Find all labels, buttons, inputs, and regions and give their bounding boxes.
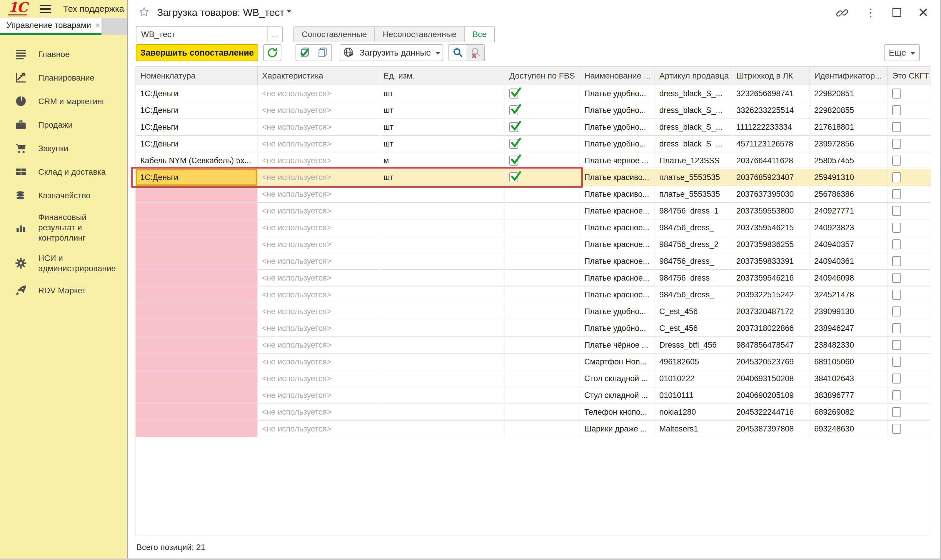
skgt-checkbox-unchecked-icon[interactable] (892, 357, 901, 367)
cell-name[interactable]: Платье красное... (580, 270, 655, 286)
cell-fbs[interactable] (505, 102, 580, 118)
sidebar-item-1[interactable]: Главное (0, 42, 127, 66)
table-row-18[interactable]: <не используется>Стол складной ...010102… (136, 370, 931, 387)
cell-characteristic[interactable]: <не используется> (258, 219, 379, 236)
cell-characteristic[interactable]: <не используется> (258, 152, 379, 169)
cell-barcode[interactable]: 2037664411628 (732, 152, 810, 169)
sidebar-item-5[interactable]: Закупки (0, 137, 127, 160)
cell-skgt[interactable] (888, 354, 931, 370)
table-row-17[interactable]: <не используется>Смартфон Hon...49618260… (136, 354, 931, 370)
cell-characteristic[interactable]: <не используется> (258, 102, 379, 118)
cell-unit[interactable] (379, 421, 505, 437)
cell-article[interactable]: dress_black_S_... (655, 85, 732, 102)
cell-name[interactable]: Телефон кнопо... (580, 404, 655, 420)
table-row-21[interactable]: <не используется>Шарики драже ...Maltese… (136, 421, 931, 437)
sidebar-item-4[interactable]: Продажи (0, 113, 127, 137)
cell-fbs[interactable] (505, 236, 580, 253)
cell-fbs[interactable] (505, 203, 580, 219)
cell-nomenclature[interactable] (136, 421, 258, 437)
cell-fbs[interactable] (505, 354, 580, 370)
more-button[interactable]: Еще (884, 44, 920, 61)
cell-name[interactable]: Платье красное... (580, 219, 655, 236)
cell-article[interactable]: dress_black_S_... (655, 102, 732, 118)
cell-unit[interactable] (379, 236, 505, 253)
cell-skgt[interactable] (888, 169, 931, 186)
cell-skgt[interactable] (888, 404, 931, 420)
cell-unit[interactable] (379, 320, 505, 337)
cell-skgt[interactable] (888, 119, 931, 135)
cell-identifier[interactable]: 229820851 (810, 85, 888, 102)
skgt-checkbox-unchecked-icon[interactable] (892, 323, 901, 333)
cell-barcode[interactable]: 2037359553800 (732, 203, 810, 219)
cell-barcode[interactable]: 2037359546215 (732, 219, 810, 236)
cell-name[interactable]: Платье удобно... (580, 85, 655, 102)
cell-identifier[interactable]: 217618801 (810, 119, 888, 135)
cell-identifier[interactable]: 256786386 (810, 186, 888, 202)
cell-nomenclature[interactable] (136, 253, 258, 269)
cell-characteristic[interactable]: <не используется> (258, 286, 379, 303)
table-row-2[interactable]: 1С:Деньги<не используется>штПлатье удобн… (136, 102, 931, 119)
cell-characteristic[interactable]: <не используется> (258, 186, 379, 202)
cancel-search-button[interactable] (466, 44, 485, 61)
cell-fbs[interactable] (505, 169, 580, 186)
skgt-checkbox-unchecked-icon[interactable] (892, 390, 901, 400)
sidebar-item-6[interactable]: Склад и доставка (0, 160, 127, 183)
cell-nomenclature[interactable]: 1С:Деньги (136, 119, 258, 135)
cell-fbs[interactable] (505, 119, 580, 135)
cell-barcode[interactable]: 2037320487172 (732, 303, 810, 320)
table-row-7[interactable]: <не используется>Платье красиво...платье… (136, 186, 931, 203)
skgt-checkbox-unchecked-icon[interactable] (892, 155, 901, 166)
cell-name[interactable]: Платье черное ... (580, 152, 655, 169)
cell-characteristic[interactable]: <не используется> (258, 354, 379, 370)
cell-fbs[interactable] (505, 387, 580, 403)
skgt-checkbox-unchecked-icon[interactable] (892, 206, 901, 216)
tab-upravlenie-tovarami[interactable]: Управление товарами × (0, 18, 101, 35)
column-header-9[interactable]: Это СКГТ (888, 66, 931, 85)
cell-nomenclature[interactable] (136, 303, 258, 320)
table-row-15[interactable]: <не используется>Платье удобно...C_est_4… (136, 320, 931, 337)
cell-fbs[interactable] (505, 337, 580, 353)
cell-identifier[interactable]: 238482330 (810, 337, 888, 353)
sidebar-item-10[interactable]: RDV Маркет (0, 278, 127, 302)
skgt-checkbox-unchecked-icon[interactable] (892, 273, 901, 283)
cell-article[interactable]: Платье_123SSS (655, 152, 732, 169)
cell-nomenclature[interactable] (136, 186, 258, 202)
profile-input[interactable] (137, 27, 267, 42)
cell-unit[interactable] (379, 387, 505, 403)
cell-fbs[interactable] (505, 219, 580, 236)
cell-article[interactable]: 984756_dress_ (655, 270, 732, 286)
cell-article[interactable]: 984756_dress_ (655, 286, 732, 303)
cell-article[interactable]: dress_black_S_... (655, 119, 732, 135)
cell-identifier[interactable]: 693248630 (810, 421, 888, 437)
skgt-checkbox-unchecked-icon[interactable] (892, 256, 901, 266)
cell-skgt[interactable] (888, 421, 931, 437)
skgt-checkbox-unchecked-icon[interactable] (892, 139, 901, 149)
fbs-checkbox-checked-icon[interactable] (509, 89, 518, 98)
cell-fbs[interactable] (505, 370, 580, 387)
cell-nomenclature[interactable] (136, 219, 258, 236)
cell-article[interactable]: платье_5553535 (655, 186, 732, 202)
profile-more-button[interactable]: ... (267, 27, 282, 42)
cell-barcode[interactable]: 3232656698741 (732, 85, 810, 102)
cell-identifier[interactable]: 238946247 (810, 320, 888, 337)
tab-close-icon[interactable]: × (95, 21, 100, 30)
cell-identifier[interactable]: 384102643 (810, 370, 888, 387)
table-row-12[interactable]: <не используется>Платье красное...984756… (136, 270, 931, 286)
load-data-button[interactable]: Загрузить данные (340, 44, 443, 61)
cell-name[interactable]: Стул складной ... (580, 387, 655, 403)
cell-name[interactable]: Платье удобно... (580, 320, 655, 337)
cell-article[interactable]: Maltesers1 (655, 421, 732, 437)
cell-nomenclature[interactable]: 1С:Деньги (136, 135, 258, 152)
cell-unit[interactable] (379, 253, 505, 269)
cell-unit[interactable] (379, 203, 505, 219)
cell-unit[interactable]: шт (379, 119, 505, 135)
table-row-6[interactable]: 1С:Деньги<не используется>штПлатье краси… (136, 169, 931, 186)
fbs-checkbox-checked-icon[interactable] (509, 122, 518, 132)
cell-nomenclature[interactable]: 1С:Деньги (136, 102, 258, 118)
cell-name[interactable]: Платье чёрное ... (580, 337, 655, 353)
sidebar-item-9[interactable]: НСИ и администрирование (0, 248, 127, 278)
cell-unit[interactable] (379, 337, 505, 353)
cell-identifier[interactable]: 324521478 (810, 286, 888, 303)
skgt-checkbox-unchecked-icon[interactable] (892, 89, 901, 98)
cell-article[interactable]: C_est_456 (655, 303, 732, 320)
